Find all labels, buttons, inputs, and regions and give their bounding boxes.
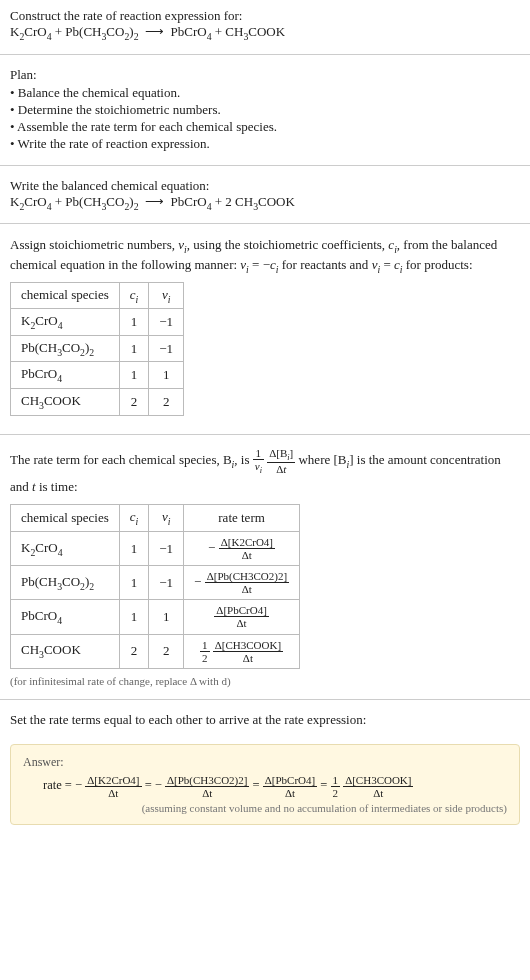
nui-cell: 2	[149, 634, 184, 668]
answer-frac: Δ[Pb(CH3CO2)2]Δt	[165, 774, 249, 799]
rate-cell: − Δ[K2CrO4]Δt	[184, 531, 300, 565]
species-cell: K2CrO4	[11, 531, 120, 565]
table-row: K2CrO4 1 −1 − Δ[K2CrO4]Δt	[11, 531, 300, 565]
text: The rate term for each chemical species,…	[10, 452, 232, 467]
col-species: chemical species	[11, 282, 120, 309]
rate-frac: Δ[PbCrO4]Δt	[214, 604, 268, 629]
nui-cell: 1	[149, 362, 184, 389]
rate-cell: 12 Δ[CH3COOK]Δt	[184, 634, 300, 668]
rate-frac: Δ[CH3COOK]Δt	[213, 639, 283, 664]
table-row: CH3COOK 2 2	[11, 389, 184, 416]
sign: −	[208, 540, 215, 555]
frac-dBi-dt: Δ[Bi]Δt	[267, 447, 295, 475]
balanced-equation: K2CrO4 + Pb(CH3CO2)2 ⟶ PbCrO4 + 2 CH3COO…	[10, 194, 520, 212]
species-cell: PbCrO4	[11, 362, 120, 389]
table-row: Pb(CH3CO2)2 1 −1	[11, 335, 184, 362]
stoich-section: Assign stoichiometric numbers, νi, using…	[0, 228, 530, 429]
plan-label: Plan:	[10, 67, 520, 83]
table-header-row: chemical species ci νi rate term	[11, 505, 300, 532]
divider	[0, 223, 530, 224]
plan-item: • Balance the chemical equation.	[10, 85, 520, 101]
text: =	[253, 778, 263, 792]
stoich-table: chemical species ci νi K2CrO4 1 −1 Pb(CH…	[10, 282, 184, 416]
final-label: Set the rate terms equal to each other t…	[10, 712, 520, 728]
table-row: PbCrO4 1 1	[11, 362, 184, 389]
balanced-section: Write the balanced chemical equation: K2…	[0, 170, 530, 220]
col-ci: ci	[119, 505, 149, 532]
rate-term-intro: The rate term for each chemical species,…	[10, 447, 520, 499]
text: rate = −	[43, 778, 82, 792]
problem-statement: Construct the rate of reaction expressio…	[0, 0, 530, 50]
rate-cell: − Δ[Pb(CH3CO2)2]Δt	[184, 566, 300, 600]
species-cell: PbCrO4	[11, 600, 120, 634]
nui-cell: −1	[149, 335, 184, 362]
sign: −	[194, 574, 201, 589]
ci-cell: 1	[119, 335, 149, 362]
col-nui: νi	[149, 505, 184, 532]
ci-cell: 1	[119, 362, 149, 389]
rate-cell: Δ[PbCrO4]Δt	[184, 600, 300, 634]
table-row: Pb(CH3CO2)2 1 −1 − Δ[Pb(CH3CO2)2]Δt	[11, 566, 300, 600]
ci-cell: 2	[119, 634, 149, 668]
divider	[0, 699, 530, 700]
problem-title: Construct the rate of reaction expressio…	[10, 8, 520, 24]
coef-frac: 12	[200, 639, 210, 664]
text: =	[320, 778, 330, 792]
rate-term-note: (for infinitesimal rate of change, repla…	[10, 675, 520, 687]
plan-item: • Determine the stoichiometric numbers.	[10, 102, 520, 118]
balanced-label: Write the balanced chemical equation:	[10, 178, 520, 194]
nui-cell: −1	[149, 531, 184, 565]
answer-frac: Δ[CH3COOK]Δt	[343, 774, 413, 799]
frac-one-over-nu: 1νi	[253, 447, 264, 475]
nui-cell: −1	[149, 309, 184, 336]
nui-cell: 2	[149, 389, 184, 416]
text: = −	[145, 778, 162, 792]
answer-expression: rate = − Δ[K2CrO4]Δt = − Δ[Pb(CH3CO2)2]Δ…	[43, 774, 507, 799]
ci-cell: 1	[119, 566, 149, 600]
final-instruction: Set the rate terms equal to each other t…	[0, 704, 530, 736]
table-row: K2CrO4 1 −1	[11, 309, 184, 336]
plan-item: • Write the rate of reaction expression.	[10, 136, 520, 152]
divider	[0, 165, 530, 166]
answer-label: Answer:	[23, 755, 507, 770]
plan-section: Plan: • Balance the chemical equation. •…	[0, 59, 530, 161]
text: , is	[234, 452, 252, 467]
answer-frac: Δ[K2CrO4]Δt	[85, 774, 141, 799]
ci-cell: 1	[119, 600, 149, 634]
coef-frac: 12	[331, 774, 341, 799]
ci-cell: 1	[119, 531, 149, 565]
table-header-row: chemical species ci νi	[11, 282, 184, 309]
species-cell: CH3COOK	[11, 634, 120, 668]
rate-frac: Δ[K2CrO4]Δt	[219, 536, 275, 561]
rate-frac: Δ[Pb(CH3CO2)2]Δt	[205, 570, 289, 595]
species-cell: Pb(CH3CO2)2	[11, 335, 120, 362]
divider	[0, 434, 530, 435]
species-cell: CH3COOK	[11, 389, 120, 416]
species-cell: Pb(CH3CO2)2	[11, 566, 120, 600]
plan-item: • Assemble the rate term for each chemic…	[10, 119, 520, 135]
nui-cell: 1	[149, 600, 184, 634]
unbalanced-equation: K2CrO4 + Pb(CH3CO2)2 ⟶ PbCrO4 + CH3COOK	[10, 24, 520, 42]
table-row: PbCrO4 1 1 Δ[PbCrO4]Δt	[11, 600, 300, 634]
col-ci: ci	[119, 282, 149, 309]
stoich-intro: Assign stoichiometric numbers, νi, using…	[10, 236, 520, 276]
rate-term-table: chemical species ci νi rate term K2CrO4 …	[10, 504, 300, 668]
table-row: CH3COOK 2 2 12 Δ[CH3COOK]Δt	[11, 634, 300, 668]
col-nui: νi	[149, 282, 184, 309]
col-rate-term: rate term	[184, 505, 300, 532]
rate-term-section: The rate term for each chemical species,…	[0, 439, 530, 695]
col-species: chemical species	[11, 505, 120, 532]
nui-cell: −1	[149, 566, 184, 600]
divider	[0, 54, 530, 55]
answer-note: (assuming constant volume and no accumul…	[23, 802, 507, 814]
answer-box: Answer: rate = − Δ[K2CrO4]Δt = − Δ[Pb(CH…	[10, 744, 520, 825]
species-cell: K2CrO4	[11, 309, 120, 336]
answer-frac: Δ[PbCrO4]Δt	[263, 774, 317, 799]
ci-cell: 2	[119, 389, 149, 416]
plan-list: • Balance the chemical equation. • Deter…	[10, 85, 520, 152]
ci-cell: 1	[119, 309, 149, 336]
